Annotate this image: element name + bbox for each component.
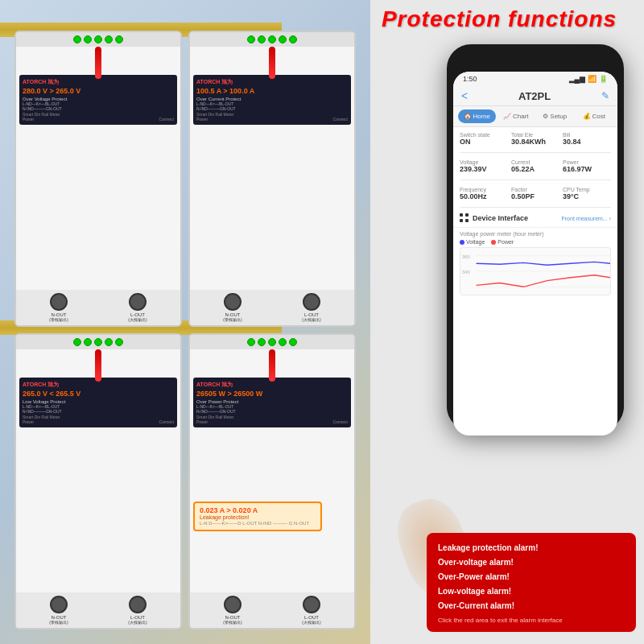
stat-factor: Factor 0.50PF: [511, 185, 559, 202]
led: [94, 338, 102, 346]
tab-cost[interactable]: 💰 Cost: [576, 109, 613, 123]
svg-text:360: 360: [462, 254, 471, 259]
back-button[interactable]: <: [461, 89, 468, 102]
device-interface-row[interactable]: Device Interface Front measurem... ›: [453, 209, 617, 228]
edit-button[interactable]: ✎: [601, 90, 609, 101]
tab-setup-label: Setup: [550, 113, 567, 120]
page-title: Protection functions: [354, 6, 644, 32]
device-card-2: ATORCH 旭为 100.5 A > 100.0 A Over Current…: [188, 31, 356, 327]
led-row-3: [73, 338, 123, 346]
device-card-1: ATORCH 旭为 280.0 V > 265.0 V Over Voltage…: [14, 31, 182, 327]
device-bottom-4: N-OUT(零线输出) L-OUT(火线输出): [190, 592, 354, 628]
divider-2: [460, 180, 611, 180]
device-card-3: ATORCH 旭为 265.0 V < 265.5 V Low Voltage …: [14, 333, 182, 630]
terminal-circle: [129, 596, 147, 613]
wifi-icon: 📶: [588, 75, 597, 83]
tab-home[interactable]: 🏠 Home: [458, 109, 496, 123]
alarm-item-3: Over-Power alarm!: [438, 570, 625, 584]
reading-4: 26505 W > 26500 W: [196, 389, 348, 399]
led-row-2: [247, 35, 297, 43]
status-2: Power Connect: [196, 117, 348, 122]
chart-section: Voltage power meter (hour meter) Voltage…: [453, 228, 617, 299]
signal-icon: ▂▄▆: [569, 75, 585, 83]
stats-row-1: Switch state ON Total Ele 30.84KWh Bill …: [453, 127, 617, 151]
legend-voltage-dot: [460, 240, 464, 245]
led: [279, 35, 287, 43]
led: [73, 338, 81, 346]
alarm-box[interactable]: Leakage protection alarm! Over-voltage a…: [427, 533, 636, 632]
red-wire-3: [95, 349, 101, 382]
device-screen-4: ATORCH 旭为 26505 W > 26500 W Over Power P…: [193, 378, 351, 427]
leakage-reading: 0.023 A > 0.020 A: [200, 506, 316, 514]
device-interface-right: Front measurem... ›: [562, 216, 611, 221]
terminal-l-out-4: L-OUT(火线输出): [302, 596, 320, 625]
grid-dot: [460, 219, 463, 222]
reading-2: 100.5 A > 100.0 A: [196, 86, 348, 97]
page-title-area: Protection functions: [354, 6, 644, 32]
time-display: 1:50: [463, 75, 477, 83]
chart-icon: 📈: [503, 113, 511, 120]
brand-3: ATORCH 旭为: [23, 381, 174, 389]
stat-cpu-temp: CPU Temp 39°C: [563, 185, 611, 202]
chart-legend: Voltage Power: [460, 239, 611, 245]
device-screen-1: ATORCH 旭为 280.0 V > 265.0 V Over Voltage…: [19, 75, 177, 125]
led: [268, 338, 276, 346]
led: [105, 338, 113, 346]
leakage-wires: L-N D——K×——D L-OUT N-IND ——— G N-OUT: [200, 520, 316, 526]
alarm-item-4: Low-voltage alarm!: [438, 584, 625, 599]
device-top-1: [16, 32, 180, 47]
wires-2: L-ND—K×—BL-OUTN-IND———GN-OUT: [196, 101, 348, 112]
grid-dot: [465, 213, 469, 217]
led: [105, 35, 113, 43]
status-1: Power Connect: [23, 117, 174, 122]
terminal-l-out-1: L-OUT(火线输出): [128, 293, 147, 322]
wires-3: L-ND—K×—BL-OUTN-IND———GN-OUT: [23, 404, 174, 415]
home-icon: 🏠: [464, 113, 472, 120]
status-icons: ▂▄▆ 📶 🔋: [569, 75, 608, 83]
terminal-n-out-4: N-OUT(零线输出): [223, 596, 242, 625]
phone-container: 1:50 ▂▄▆ 📶 🔋 < AT2PL ✎ 🏠 Home: [439, 44, 632, 463]
terminal-circle: [224, 596, 242, 613]
legend-power-dot: [491, 240, 496, 245]
device-top-3: [16, 335, 180, 349]
device-top-4: [190, 335, 354, 349]
tab-cost-label: Cost: [592, 113, 605, 120]
divider-3: [460, 207, 611, 208]
status-4: Power Connect: [196, 419, 348, 424]
terminal-circle: [303, 293, 320, 311]
device-bottom-3: N-OUT(零线输出) L-OUT(火线输出): [16, 592, 180, 628]
device-interface-label: Device Interface: [473, 214, 528, 222]
terminal-l-out-2: L-OUT(火线输出): [302, 293, 320, 322]
device-top-2: [190, 32, 354, 47]
reading-3: 265.0 V < 265.5 V: [23, 389, 174, 399]
led: [94, 35, 102, 43]
devices-grid: ATORCH 旭为 280.0 V > 265.0 V Over Voltage…: [8, 24, 362, 636]
device-bottom-1: N-OUT(零线输出) L-OUT(火线输出): [16, 290, 180, 325]
stats-row-2: Voltage 239.39V Current 05.22A Power 616…: [453, 155, 617, 178]
tab-setup[interactable]: ⚙ Setup: [536, 109, 574, 123]
setup-icon: ⚙: [543, 113, 548, 120]
device-interface-left: Device Interface: [460, 213, 528, 223]
wires-1: L-ND—K×—BL-OUTN-IND———GN-OUT: [23, 101, 174, 112]
chevron-right-icon: ›: [609, 216, 611, 221]
led: [84, 35, 92, 43]
terminal-l-out-3: L-OUT(火线输出): [128, 596, 147, 625]
led: [258, 338, 266, 346]
chart-title: Voltage power meter (hour meter): [460, 231, 611, 237]
alarm-item-1: Leakage protection alarm!: [438, 541, 625, 555]
tab-chart[interactable]: 📈 Chart: [497, 109, 535, 123]
device-card-4: ATORCH 旭为 26505 W > 26500 W Over Power P…: [188, 333, 356, 630]
stat-current: Current 05.22A: [511, 158, 559, 175]
led: [268, 35, 276, 43]
leakage-label: Leakage protection!: [200, 514, 316, 520]
alarm-item-2: Over-voltage alarm!: [438, 555, 625, 570]
terminal-n-out-1: N-OUT(零线输出): [49, 293, 68, 322]
leakage-box: 0.023 A > 0.020 A Leakage protection! L-…: [193, 502, 322, 531]
battery-icon: 🔋: [599, 75, 608, 83]
device-screen-2: ATORCH 旭为 100.5 A > 100.0 A Over Current…: [193, 75, 351, 125]
terminal-circle: [50, 293, 68, 311]
stats-row-3: Frequency 50.00Hz Factor 0.50PF CPU Temp…: [453, 182, 617, 205]
led: [247, 35, 255, 43]
grid-icon: [460, 213, 469, 223]
cost-icon: 💰: [583, 113, 591, 120]
